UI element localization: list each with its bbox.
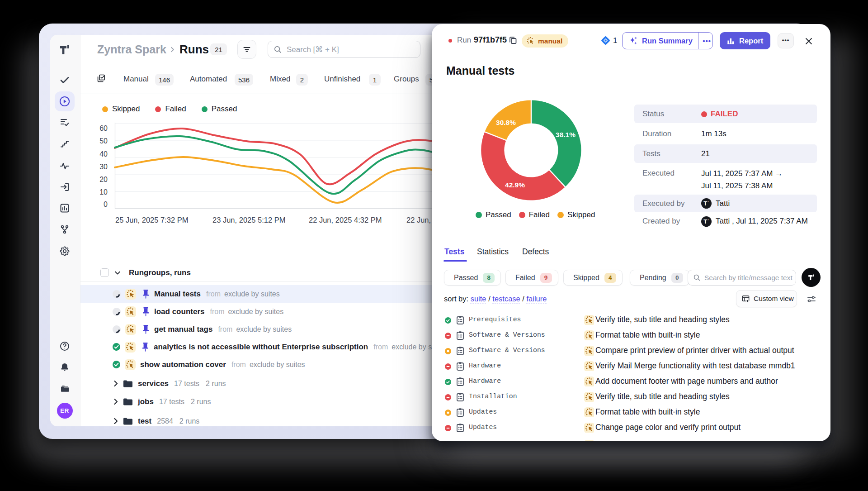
svg-text:20: 20 [99, 176, 108, 183]
svg-text:38.1%: 38.1% [556, 131, 576, 138]
svg-text:40: 40 [99, 150, 108, 158]
svg-text:42.9%: 42.9% [505, 181, 525, 189]
svg-text:10: 10 [99, 188, 108, 196]
svg-text:60: 60 [99, 124, 108, 132]
svg-text:30.8%: 30.8% [496, 119, 516, 126]
svg-text:30: 30 [99, 163, 108, 171]
svg-text:0: 0 [104, 200, 108, 208]
svg-text:50: 50 [99, 137, 108, 145]
